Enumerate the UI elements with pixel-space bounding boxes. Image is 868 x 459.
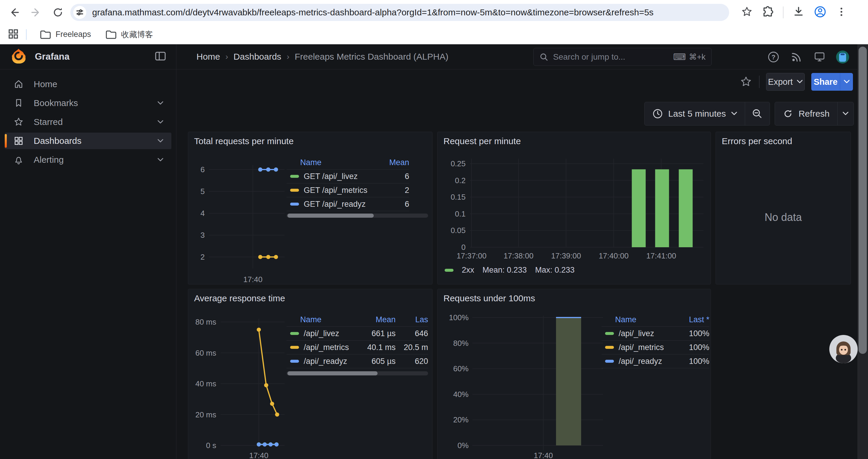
svg-text:6: 6 (200, 165, 205, 174)
header-icons: ? (767, 44, 849, 69)
main-area: Home › Dashboards › Freeleaps Metrics Da… (176, 44, 868, 459)
panel-title[interactable]: Total requests per minute (194, 136, 294, 146)
legend-scrollbar[interactable] (286, 214, 428, 218)
sidebar-item-label: Bookmarks (34, 98, 157, 108)
share-button-group: Share (811, 73, 853, 91)
chevron-down-icon (797, 80, 803, 84)
panel-title[interactable]: Errors per second (722, 136, 792, 146)
sidebar-item-label: Starred (34, 117, 157, 127)
chevron-down-icon (157, 139, 164, 143)
bookmark-folder-freeleaps[interactable]: Freeleaps (35, 28, 96, 41)
scrollbar-thumb[interactable] (859, 47, 867, 354)
svg-text:17:40: 17:40 (243, 275, 262, 284)
brand-title: Grafana (35, 52, 155, 62)
chevron-down-icon (157, 101, 164, 105)
legend-row[interactable]: /api/_readyz605 µs620 (286, 355, 428, 368)
legend-header: NameLast * (601, 313, 709, 327)
refresh-interval-caret[interactable] (837, 102, 854, 125)
svg-text:40 ms: 40 ms (195, 379, 216, 388)
bookmark-star-icon[interactable] (741, 6, 753, 19)
time-range-button[interactable]: Last 5 minutes (645, 102, 745, 125)
legend-row[interactable]: /api/_readyz100% (601, 355, 709, 368)
bookmarks-divider (26, 29, 27, 40)
time-controls: Last 5 minutes Refresh (644, 102, 854, 126)
legend-text: Max: 0.233 (535, 266, 575, 275)
extensions-icon[interactable] (762, 6, 774, 19)
panel-legend[interactable]: 2xxMean: 0.233Max: 0.233 (445, 266, 575, 275)
svg-text:0.15: 0.15 (451, 193, 466, 201)
legend-row[interactable]: GET /api/_metrics2 (286, 184, 409, 197)
zoom-out-button[interactable] (745, 102, 770, 125)
apps-grid-icon[interactable] (8, 28, 19, 41)
panel-title[interactable]: Average response time (194, 293, 285, 303)
refresh-button[interactable]: Refresh (775, 102, 837, 125)
download-icon[interactable] (793, 6, 805, 19)
collapse-sidebar-icon[interactable] (155, 51, 166, 62)
sidebar-item-starred[interactable]: Starred (5, 114, 172, 130)
legend-header: NameMeanLas (286, 313, 428, 327)
chevron-down-icon (731, 112, 737, 116)
bookmark-label: Freeleaps (56, 30, 91, 39)
sidebar-item-label: Dashboards (34, 136, 157, 146)
breadcrumb-dashboards[interactable]: Dashboards (234, 52, 281, 62)
svg-text:100%: 100% (449, 313, 469, 322)
browser-menu-icon[interactable] (836, 6, 847, 19)
panel-request-per-minute: Request per minute 0.250.20.150.10.05017… (437, 132, 711, 285)
export-button[interactable]: Export (766, 73, 805, 91)
sidebar: Grafana HomeBookmarksStarredDashboardsAl… (0, 44, 176, 459)
user-avatar[interactable] (836, 51, 849, 64)
help-icon[interactable]: ? (767, 51, 780, 64)
svg-text:20%: 20% (453, 415, 469, 424)
svg-text:60 ms: 60 ms (195, 349, 216, 357)
panel-errors-per-second: Errors per second No data (716, 132, 851, 285)
monitor-icon[interactable] (813, 51, 826, 64)
clock-icon (652, 108, 663, 119)
sidebar-item-home[interactable]: Home (5, 76, 172, 93)
reload-icon[interactable] (50, 4, 66, 21)
sidebar-item-bookmarks[interactable]: Bookmarks (5, 95, 172, 111)
news-rss-icon[interactable] (790, 51, 803, 64)
page-scrollbar[interactable] (857, 44, 868, 459)
back-icon[interactable] (6, 4, 23, 21)
panel-average-response-time: Average response time 80 ms60 ms40 ms20 … (188, 289, 433, 459)
time-range-group: Last 5 minutes (644, 102, 770, 126)
floating-assistant-avatar[interactable] (829, 335, 858, 363)
breadcrumb-current: Freeleaps Metrics Dashboard (ALPHA) (294, 52, 448, 62)
bookmark-icon (13, 98, 24, 108)
site-info-icon[interactable] (73, 6, 86, 19)
svg-text:0: 0 (462, 243, 466, 252)
search-input[interactable] (553, 52, 673, 62)
breadcrumb-separator: › (286, 52, 289, 61)
breadcrumb-home[interactable]: Home (196, 52, 220, 62)
profile-icon[interactable] (814, 5, 827, 20)
sidebar-item-alerting[interactable]: Alerting (5, 152, 172, 168)
url-bar[interactable]: grafana.mathmast.com/d/deytv4rwavabkb/fr… (70, 4, 729, 21)
forward-icon[interactable] (28, 4, 44, 21)
legend-row[interactable]: /api/_metrics100% (601, 340, 709, 355)
bookmarks-bar: Freeleaps 收藏博客 (0, 25, 868, 44)
home-icon (13, 79, 24, 89)
browser-actions (741, 5, 847, 20)
legend-row[interactable]: /api/_metrics40.1 ms20.5 m (286, 340, 428, 355)
sidebar-item-label: Home (34, 79, 172, 89)
svg-text:80%: 80% (453, 339, 469, 348)
chevron-down-icon (157, 158, 164, 162)
grafana-logo[interactable] (11, 48, 27, 65)
panel-title[interactable]: Requests under 100ms (443, 293, 535, 303)
legend-row[interactable]: /api/_livez100% (601, 327, 709, 340)
legend-row[interactable]: GET /api/_livez6 (286, 169, 409, 184)
share-button[interactable]: Share (811, 73, 840, 91)
share-caret-button[interactable] (840, 73, 853, 91)
refresh-icon (783, 108, 793, 119)
page: grafana.mathmast.com/d/deytv4rwavabkb/fr… (0, 0, 868, 459)
svg-text:0 s: 0 s (206, 441, 216, 450)
legend-row[interactable]: GET /api/_readyz6 (286, 197, 409, 211)
search-box[interactable]: ⌨ ⌘+k (533, 48, 712, 66)
legend-scrollbar[interactable] (286, 371, 428, 375)
panel-title[interactable]: Request per minute (443, 136, 521, 146)
bookmark-folder-blogs[interactable]: 收藏博客 (100, 27, 158, 42)
svg-text:17:40:00: 17:40:00 (598, 251, 628, 260)
sidebar-item-dashboards[interactable]: Dashboards (5, 133, 172, 149)
legend-row[interactable]: /api/_livez661 µs646 (286, 327, 428, 340)
favorite-star-icon[interactable] (740, 75, 752, 88)
